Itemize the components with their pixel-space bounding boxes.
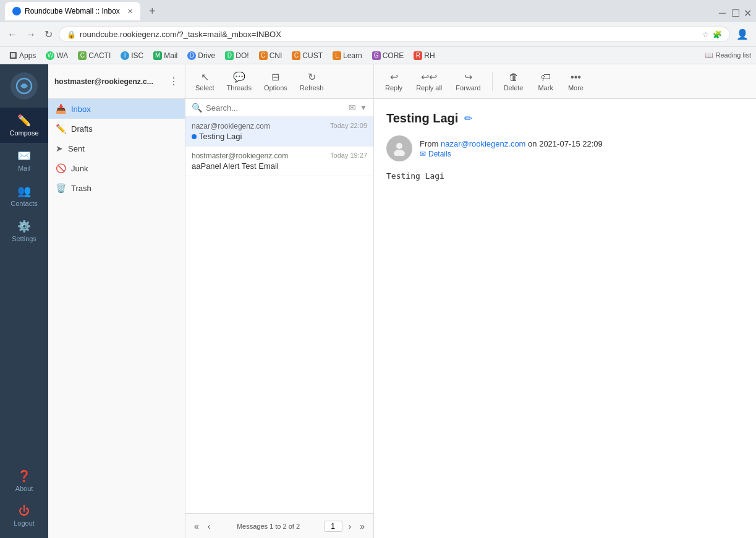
reading-list-label[interactable]: 📖 Reading list [705, 51, 751, 59]
address-bar[interactable]: 🔒 roundcube.rookiegenz.com/?_task=mail&_… [59, 27, 730, 42]
bookmark-rh[interactable]: R RH [410, 50, 438, 61]
sidebar-nav: ✏️ Compose ✉️ Mail 👥 Contacts ⚙️ Setting… [0, 108, 48, 464]
minimize-button[interactable]: ─ [719, 7, 726, 15]
select-button[interactable]: ↖ Select [190, 67, 219, 95]
browser-tab[interactable]: Roundcube Webmail :: Inbox ✕ [5, 2, 140, 20]
sidebar-item-compose[interactable]: ✏️ Compose [0, 108, 48, 143]
more-button[interactable]: ••• More [562, 68, 590, 95]
sidebar-item-settings[interactable]: ⚙️ Settings [0, 213, 48, 249]
threads-label: Threads [227, 84, 252, 92]
extensions-icon[interactable]: 🧩 [713, 30, 722, 39]
folder-junk[interactable]: 🚫 Junk [48, 158, 185, 178]
close-window-button[interactable]: ✕ [744, 7, 751, 15]
isc-icon: I [121, 51, 129, 60]
bookmark-do[interactable]: D DO! [221, 50, 252, 61]
sidebar-item-logout[interactable]: ⏻ Logout [14, 500, 35, 532]
wa-icon: W [46, 51, 54, 60]
bookmarks-bar: 🔲 Apps W WA C CACTI I ISC M Mail D Drive… [0, 47, 756, 64]
about-icon: ❓ [17, 469, 31, 483]
sidebar-item-mail[interactable]: ✉️ Mail [0, 143, 48, 178]
folder-trash[interactable]: 🗑️ Trash [48, 178, 185, 198]
message-item-2[interactable]: hostmaster@rookiegenz.com Today 19:27 aa… [185, 147, 373, 176]
options-button[interactable]: ⊟ Options [259, 67, 292, 95]
folder-panel: 📥 Inbox ✏️ Drafts ➤ Sent 🚫 Junk 🗑️ [48, 99, 185, 538]
email-meta: From nazar@rookiegenz.com on 2021-07-15 … [386, 135, 744, 161]
bookmark-wa-label: WA [56, 51, 68, 60]
email-date-display: on 2021-07-15 22:09 [528, 139, 603, 148]
bookmark-cni[interactable]: C CNI [255, 50, 286, 61]
search-filter-icon[interactable]: ▼ [360, 103, 367, 112]
maximize-button[interactable]: ☐ [731, 7, 739, 15]
sidebar-item-contacts[interactable]: 👥 Contacts [0, 178, 48, 213]
delete-icon: 🗑 [509, 72, 519, 83]
search-input[interactable] [206, 103, 345, 113]
reload-button[interactable]: ↻ [42, 26, 55, 43]
folder-options-button[interactable]: ⋮ [169, 75, 179, 87]
page-number-input[interactable] [324, 521, 342, 532]
three-col-layout: 📥 Inbox ✏️ Drafts ➤ Sent 🚫 Junk 🗑️ [48, 99, 756, 538]
drafts-label: Drafts [71, 124, 93, 134]
rh-icon: R [414, 51, 422, 60]
page-prev-button[interactable]: ‹ [205, 520, 213, 532]
unread-dot-1 [192, 134, 197, 139]
edit-subject-icon[interactable]: ✏ [464, 113, 472, 124]
threads-button[interactable]: 💬 Threads [222, 67, 257, 95]
page-next-button[interactable]: › [346, 520, 354, 532]
folder-inbox[interactable]: 📥 Inbox [48, 99, 185, 119]
page-first-button[interactable]: « [192, 520, 202, 532]
bookmark-apps[interactable]: 🔲 Apps [5, 50, 40, 61]
forward-button[interactable]: → [23, 27, 38, 43]
reply-all-button[interactable]: ↩↩ Reply all [411, 67, 447, 95]
message-subject-2: aaPanel Alert Test Email [192, 161, 367, 171]
mail-bookmark-icon: M [153, 51, 162, 60]
sidebar-item-about[interactable]: ❓ About [14, 464, 35, 497]
bookmark-drive[interactable]: D Drive [184, 50, 219, 61]
pagination-bar: « ‹ Messages 1 to 2 of 2 › » [185, 513, 373, 538]
reply-label: Reply [385, 84, 402, 92]
message-item-1[interactable]: nazar@rookiegenz.com Today 22:09 Testing… [185, 117, 373, 147]
tab-favicon [12, 7, 21, 15]
folder-sent[interactable]: ➤ Sent [48, 139, 185, 158]
bookmark-cacti-label: CACTI [88, 51, 111, 60]
bookmark-wa[interactable]: W WA [42, 50, 72, 61]
forward-label: Forward [456, 84, 480, 92]
forward-button[interactable]: ↪ Forward [449, 67, 486, 95]
bookmark-isc-label: ISC [131, 51, 143, 60]
star-icon[interactable]: ☆ [702, 30, 709, 39]
bookmark-cacti[interactable]: C CACTI [74, 50, 114, 61]
page-last-button[interactable]: » [357, 520, 367, 532]
profile-button[interactable]: 👤 [734, 26, 751, 43]
delete-button[interactable]: 🗑 Delete [498, 68, 530, 95]
message-subject-text-1: Testing Lagi [199, 132, 242, 141]
user-email-display: hostmaster@rookiegenz.c... [54, 77, 153, 86]
reply-icon: ↩ [390, 71, 398, 83]
tab-close-button[interactable]: ✕ [127, 7, 133, 15]
bookmark-learn[interactable]: L Learn [329, 50, 366, 61]
search-mail-icon[interactable]: ✉ [349, 103, 356, 113]
bookmark-isc[interactable]: I ISC [117, 50, 147, 61]
mark-button[interactable]: 🏷 Mark [532, 68, 559, 95]
threads-icon: 💬 [233, 71, 245, 83]
browser-titlebar: Roundcube Webmail :: Inbox ✕ + ─ ☐ ✕ [0, 0, 756, 22]
from-email-link[interactable]: nazar@rookiegenz.com [441, 139, 525, 148]
bookmark-learn-label: Learn [343, 51, 362, 60]
message-list-container: 🔍 ✉ ▼ nazar@rookiegenz.com Today 22:09 [185, 99, 374, 538]
bookmark-core[interactable]: G CORE [368, 50, 408, 61]
refresh-icon: ↻ [308, 71, 316, 83]
reply-button[interactable]: ↩ Reply [379, 67, 409, 95]
message-date-2: Today 19:27 [330, 152, 367, 160]
details-row: ✉ Details [420, 150, 603, 158]
core-icon: G [372, 51, 381, 60]
delete-label: Delete [504, 84, 524, 92]
details-link[interactable]: ✉ Details [420, 150, 603, 158]
refresh-button[interactable]: ↻ Refresh [295, 67, 329, 95]
email-title-bar: Testing Lagi ✏ [386, 111, 744, 126]
bookmark-cust[interactable]: C CUST [288, 50, 326, 61]
new-tab-button[interactable]: + [145, 4, 159, 19]
from-label: From [420, 139, 438, 148]
apps-icon: 🔲 [9, 51, 17, 60]
folder-drafts[interactable]: ✏️ Drafts [48, 119, 185, 139]
email-body: Testing Lagi [386, 171, 744, 181]
back-button[interactable]: ← [5, 27, 20, 43]
bookmark-mail[interactable]: M Mail [150, 50, 181, 61]
